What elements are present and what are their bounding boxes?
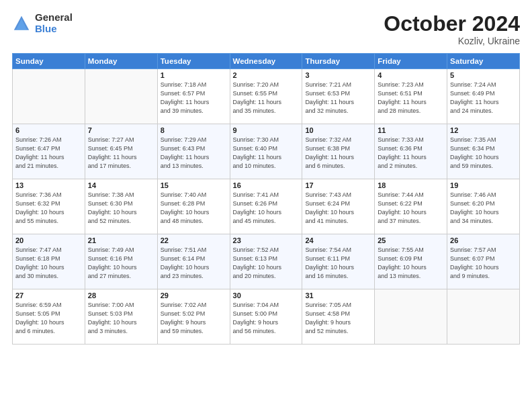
location: Kozliv, Ukraine (384, 36, 520, 46)
day-info: Sunrise: 7:30 AM Sunset: 6:40 PM Dayligh… (233, 136, 300, 171)
day-info: Sunrise: 7:00 AM Sunset: 5:03 PM Dayligh… (88, 301, 154, 336)
day-number: 16 (233, 181, 300, 189)
day-number: 30 (233, 291, 300, 300)
weekday-header-wednesday: Wednesday (230, 54, 302, 69)
day-info: Sunrise: 7:02 AM Sunset: 5:02 PM Dayligh… (161, 301, 227, 336)
day-number: 28 (88, 291, 154, 300)
calendar-week-5: 27Sunrise: 6:59 AM Sunset: 5:05 PM Dayli… (13, 289, 520, 345)
calendar-cell: 3Sunrise: 7:21 AM Sunset: 6:53 PM Daylig… (302, 69, 375, 124)
day-info: Sunrise: 7:43 AM Sunset: 6:24 PM Dayligh… (305, 191, 371, 226)
calendar-cell: 14Sunrise: 7:38 AM Sunset: 6:30 PM Dayli… (85, 179, 157, 234)
day-number: 25 (378, 236, 444, 244)
day-info: Sunrise: 7:24 AM Sunset: 6:49 PM Dayligh… (450, 81, 517, 116)
day-info: Sunrise: 7:18 AM Sunset: 6:57 PM Dayligh… (161, 81, 227, 116)
day-info: Sunrise: 7:35 AM Sunset: 6:34 PM Dayligh… (450, 136, 517, 171)
day-number: 15 (161, 181, 227, 189)
day-info: Sunrise: 7:26 AM Sunset: 6:47 PM Dayligh… (15, 136, 82, 171)
calendar-cell: 17Sunrise: 7:43 AM Sunset: 6:24 PM Dayli… (302, 179, 375, 234)
weekday-header-saturday: Saturday (447, 54, 520, 69)
month-title: October 2024 (384, 12, 520, 36)
day-number: 20 (15, 236, 82, 244)
day-info: Sunrise: 7:44 AM Sunset: 6:22 PM Dayligh… (378, 191, 444, 226)
calendar-cell (13, 69, 85, 124)
calendar-cell: 6Sunrise: 7:26 AM Sunset: 6:47 PM Daylig… (13, 124, 85, 179)
day-number: 6 (15, 126, 82, 134)
day-number: 23 (233, 236, 300, 244)
calendar-cell: 10Sunrise: 7:32 AM Sunset: 6:38 PM Dayli… (302, 124, 375, 179)
day-info: Sunrise: 7:57 AM Sunset: 6:07 PM Dayligh… (450, 246, 517, 281)
day-info: Sunrise: 7:05 AM Sunset: 4:58 PM Dayligh… (305, 301, 371, 336)
day-number: 10 (305, 126, 371, 134)
day-info: Sunrise: 7:38 AM Sunset: 6:30 PM Dayligh… (88, 191, 154, 226)
weekday-header-friday: Friday (375, 54, 447, 69)
day-info: Sunrise: 7:21 AM Sunset: 6:53 PM Dayligh… (305, 81, 371, 116)
day-info: Sunrise: 7:55 AM Sunset: 6:09 PM Dayligh… (378, 246, 444, 281)
day-info: Sunrise: 7:49 AM Sunset: 6:16 PM Dayligh… (88, 246, 154, 281)
day-info: Sunrise: 7:40 AM Sunset: 6:28 PM Dayligh… (161, 191, 227, 226)
calendar-table: SundayMondayTuesdayWednesdayThursdayFrid… (12, 53, 520, 345)
day-number: 21 (88, 236, 154, 244)
calendar-cell: 29Sunrise: 7:02 AM Sunset: 5:02 PM Dayli… (157, 289, 230, 345)
calendar-cell: 12Sunrise: 7:35 AM Sunset: 6:34 PM Dayli… (447, 124, 520, 179)
calendar-cell: 1Sunrise: 7:18 AM Sunset: 6:57 PM Daylig… (157, 69, 230, 124)
calendar-cell: 24Sunrise: 7:54 AM Sunset: 6:11 PM Dayli… (302, 234, 375, 289)
day-number: 2 (233, 71, 300, 79)
day-info: Sunrise: 6:59 AM Sunset: 5:05 PM Dayligh… (15, 301, 82, 336)
calendar-cell: 11Sunrise: 7:33 AM Sunset: 6:36 PM Dayli… (375, 124, 447, 179)
day-number: 19 (450, 181, 517, 189)
calendar-cell: 25Sunrise: 7:55 AM Sunset: 6:09 PM Dayli… (375, 234, 447, 289)
day-number: 8 (161, 126, 227, 134)
day-number: 24 (305, 236, 371, 244)
calendar-cell (85, 69, 157, 124)
calendar-cell (447, 289, 520, 345)
day-number: 1 (161, 71, 227, 79)
day-info: Sunrise: 7:33 AM Sunset: 6:36 PM Dayligh… (378, 136, 444, 171)
day-info: Sunrise: 7:51 AM Sunset: 6:14 PM Dayligh… (161, 246, 227, 281)
calendar-week-4: 20Sunrise: 7:47 AM Sunset: 6:18 PM Dayli… (13, 234, 520, 289)
calendar-cell: 21Sunrise: 7:49 AM Sunset: 6:16 PM Dayli… (85, 234, 157, 289)
weekday-header-tuesday: Tuesday (157, 54, 230, 69)
calendar-cell: 23Sunrise: 7:52 AM Sunset: 6:13 PM Dayli… (230, 234, 302, 289)
calendar-cell: 8Sunrise: 7:29 AM Sunset: 6:43 PM Daylig… (157, 124, 230, 179)
day-number: 27 (15, 291, 82, 300)
day-number: 9 (233, 126, 300, 134)
calendar-cell: 9Sunrise: 7:30 AM Sunset: 6:40 PM Daylig… (230, 124, 302, 179)
logo-general-text: General (35, 12, 73, 24)
calendar-cell: 7Sunrise: 7:27 AM Sunset: 6:45 PM Daylig… (85, 124, 157, 179)
title-block: October 2024 Kozliv, Ukraine (384, 12, 520, 46)
day-number: 11 (378, 126, 444, 134)
page-header: General Blue October 2024 Kozliv, Ukrain… (12, 12, 520, 46)
logo-text: General Blue (35, 12, 73, 34)
day-number: 4 (378, 71, 444, 79)
calendar-week-1: 1Sunrise: 7:18 AM Sunset: 6:57 PM Daylig… (13, 69, 520, 124)
calendar-cell: 20Sunrise: 7:47 AM Sunset: 6:18 PM Dayli… (13, 234, 85, 289)
calendar-cell: 5Sunrise: 7:24 AM Sunset: 6:49 PM Daylig… (447, 69, 520, 124)
calendar-cell (375, 289, 447, 345)
calendar-cell: 26Sunrise: 7:57 AM Sunset: 6:07 PM Dayli… (447, 234, 520, 289)
day-info: Sunrise: 7:54 AM Sunset: 6:11 PM Dayligh… (305, 246, 371, 281)
day-number: 14 (88, 181, 154, 189)
day-info: Sunrise: 7:29 AM Sunset: 6:43 PM Dayligh… (161, 136, 227, 171)
day-number: 12 (450, 126, 517, 134)
calendar-cell: 30Sunrise: 7:04 AM Sunset: 5:00 PM Dayli… (230, 289, 302, 345)
day-info: Sunrise: 7:47 AM Sunset: 6:18 PM Dayligh… (15, 246, 82, 281)
day-info: Sunrise: 7:20 AM Sunset: 6:55 PM Dayligh… (233, 81, 300, 116)
weekday-header-thursday: Thursday (302, 54, 375, 69)
calendar-cell: 2Sunrise: 7:20 AM Sunset: 6:55 PM Daylig… (230, 69, 302, 124)
calendar-cell: 19Sunrise: 7:46 AM Sunset: 6:20 PM Dayli… (447, 179, 520, 234)
day-info: Sunrise: 7:32 AM Sunset: 6:38 PM Dayligh… (305, 136, 371, 171)
day-number: 26 (450, 236, 517, 244)
day-number: 13 (15, 181, 82, 189)
weekday-header-row: SundayMondayTuesdayWednesdayThursdayFrid… (13, 54, 520, 69)
logo-icon (12, 14, 31, 33)
day-info: Sunrise: 7:04 AM Sunset: 5:00 PM Dayligh… (233, 301, 300, 336)
day-number: 5 (450, 71, 517, 79)
calendar-cell: 18Sunrise: 7:44 AM Sunset: 6:22 PM Dayli… (375, 179, 447, 234)
day-info: Sunrise: 7:36 AM Sunset: 6:32 PM Dayligh… (15, 191, 82, 226)
calendar-cell: 28Sunrise: 7:00 AM Sunset: 5:03 PM Dayli… (85, 289, 157, 345)
calendar-cell: 22Sunrise: 7:51 AM Sunset: 6:14 PM Dayli… (157, 234, 230, 289)
logo: General Blue (12, 12, 73, 34)
calendar-cell: 13Sunrise: 7:36 AM Sunset: 6:32 PM Dayli… (13, 179, 85, 234)
day-number: 17 (305, 181, 371, 189)
calendar-week-3: 13Sunrise: 7:36 AM Sunset: 6:32 PM Dayli… (13, 179, 520, 234)
